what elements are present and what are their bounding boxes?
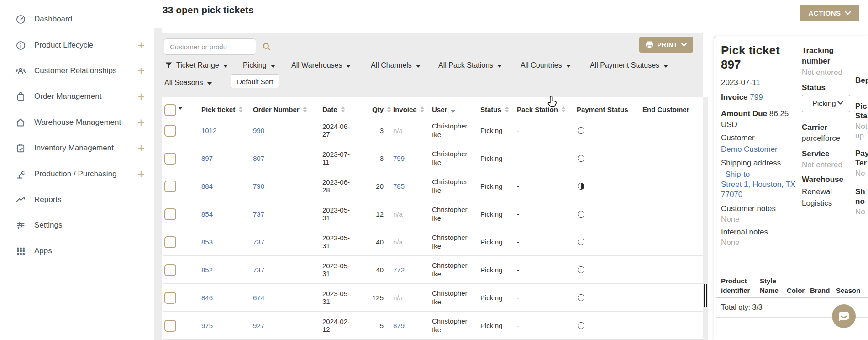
- select-all-checkbox[interactable]: [164, 104, 176, 116]
- end-customer-cell: [642, 312, 703, 339]
- filter-all-payment-statuses[interactable]: All Payment Statuses: [590, 58, 668, 72]
- sidebar-item-dashboard[interactable]: Dashboard: [0, 9, 154, 29]
- pick-ticket-row-846[interactable]: 846 674 2023-05-31 125 n/a ChristopherIk…: [163, 284, 703, 312]
- order-number-link[interactable]: 790: [253, 182, 264, 190]
- column-header-pack-station[interactable]: Pack Station: [517, 103, 575, 116]
- sidebar-item-settings[interactable]: Settings: [0, 215, 154, 235]
- scrollbar-thumb[interactable]: [704, 284, 707, 307]
- pack-station-cell: -: [517, 284, 575, 311]
- search-icon[interactable]: [263, 42, 271, 51]
- default-sort-button[interactable]: Default Sort: [231, 74, 279, 88]
- pick-ticket-link[interactable]: 1012: [201, 127, 216, 134]
- sort-arrows-icon[interactable]: [341, 106, 345, 112]
- invoice-cell[interactable]: 772: [393, 266, 405, 274]
- pick-ticket-link[interactable]: 884: [201, 182, 213, 190]
- sidebar-item-warehouse-management[interactable]: Warehouse Management +: [0, 112, 154, 133]
- row-checkbox[interactable]: [164, 236, 176, 248]
- pick-ticket-link[interactable]: 852: [201, 266, 213, 274]
- pick-ticket-link[interactable]: 846: [201, 294, 213, 302]
- column-header-pick-ticket[interactable]: Pick ticket: [201, 103, 253, 116]
- customer-link[interactable]: Demo Customer: [721, 145, 800, 154]
- search-input[interactable]: [164, 43, 263, 51]
- status-cell: Picking: [480, 200, 516, 228]
- sidebar-item-order-management[interactable]: Order Management +: [0, 86, 154, 106]
- expand-plus-icon[interactable]: +: [137, 169, 145, 180]
- sort-arrows-icon[interactable]: [505, 106, 509, 112]
- row-checkbox[interactable]: [164, 264, 176, 276]
- sort-arrows-icon[interactable]: [421, 106, 424, 112]
- sort-desc-icon[interactable]: [451, 110, 455, 113]
- order-number-link[interactable]: 927: [253, 322, 264, 329]
- column-header-date[interactable]: Date: [322, 103, 354, 116]
- pick-ticket-link[interactable]: 975: [201, 322, 213, 329]
- order-number-link[interactable]: 807: [253, 154, 264, 162]
- order-number-link[interactable]: 990: [253, 127, 264, 134]
- row-checkbox[interactable]: [164, 125, 176, 137]
- sort-arrows-icon[interactable]: [387, 106, 391, 112]
- pick-ticket-row-897[interactable]: 897 807 2023-07-11 3 799 ChristopherIke …: [163, 144, 703, 172]
- pick-ticket-row-852[interactable]: 852 737 2023-05-31 40 772 ChristopherIke…: [163, 256, 703, 284]
- order-number-link[interactable]: 674: [253, 294, 264, 302]
- pick-ticket-row-853[interactable]: 853 737 2023-05-31 40 n/a ChristopherIke…: [163, 228, 703, 256]
- select-menu-caret-icon[interactable]: [178, 107, 183, 110]
- pick-ticket-link[interactable]: 854: [201, 210, 213, 218]
- pick-ticket-row-975[interactable]: 975 927 2024-02-12 5 879 ChristopherIke …: [163, 312, 703, 340]
- filter-all-warehouses[interactable]: All Warehouses: [291, 58, 351, 72]
- filter-all-countries[interactable]: All Countries: [521, 58, 571, 72]
- column-header-user[interactable]: User: [432, 103, 478, 116]
- column-header-order-number[interactable]: Order Number: [253, 103, 321, 116]
- filter-all-channels[interactable]: All Channels: [371, 58, 421, 72]
- date-cell: 2024-02-12: [322, 312, 354, 339]
- status-select[interactable]: Picking: [802, 95, 850, 112]
- filter-all-seasons[interactable]: All Seasons: [164, 76, 212, 90]
- pick-ticket-row-854[interactable]: 854 737 2023-05-31 12 n/a ChristopherIke…: [163, 200, 703, 228]
- sort-arrows-icon[interactable]: [562, 106, 565, 112]
- row-checkbox[interactable]: [164, 292, 176, 304]
- sidebar-item-apps[interactable]: Apps: [0, 241, 154, 261]
- caret-down-icon: [566, 65, 571, 68]
- row-checkbox[interactable]: [164, 208, 176, 220]
- caret-down-icon: [223, 65, 228, 68]
- order-number-link[interactable]: 737: [253, 266, 264, 274]
- pick-ticket-row-884[interactable]: 884 790 2023-06-28 20 785 ChristopherIke…: [163, 172, 703, 200]
- chat-launcher-button[interactable]: [832, 304, 856, 328]
- invoice-link[interactable]: 799: [750, 93, 763, 101]
- pick-ticket-link[interactable]: 853: [201, 238, 213, 246]
- print-button[interactable]: PRINT: [639, 37, 693, 53]
- expand-plus-icon[interactable]: +: [137, 117, 145, 128]
- product-column-header: Product identifier: [721, 276, 750, 295]
- pick-ticket-row-1012[interactable]: 1012 990 2024-06-27 3 n/a ChristopherIke…: [163, 117, 703, 144]
- expand-plus-icon[interactable]: +: [137, 143, 145, 154]
- filter-picking[interactable]: Picking: [243, 58, 275, 72]
- sidebar-item-reports[interactable]: Reports: [0, 190, 154, 210]
- invoice-cell[interactable]: 799: [393, 154, 405, 162]
- sidebar-item-inventory-management[interactable]: Inventory Management +: [0, 138, 154, 158]
- sort-arrows-icon[interactable]: [239, 106, 242, 112]
- sort-arrows-icon[interactable]: [303, 106, 307, 112]
- expand-plus-icon[interactable]: +: [137, 91, 145, 102]
- shipping-address-link[interactable]: Ship-to Street 1, Houston, TX 77070: [721, 170, 800, 200]
- row-checkbox[interactable]: [164, 181, 176, 192]
- actions-button[interactable]: ACTIONS: [800, 5, 859, 21]
- column-header-payment-status: Payment Status: [577, 103, 643, 116]
- filter-all-pack-stations[interactable]: All Pack Stations: [438, 58, 502, 72]
- row-checkbox[interactable]: [164, 153, 176, 165]
- order-number-link[interactable]: 737: [253, 238, 264, 246]
- product-column-header: Season: [836, 286, 860, 295]
- invoice-cell[interactable]: 879: [393, 322, 405, 329]
- row-checkbox[interactable]: [164, 320, 176, 332]
- sidebar-item-product-lifecycle[interactable]: Product Lifecycle +: [0, 35, 154, 55]
- filter-ticket-range[interactable]: Ticket Range: [165, 58, 228, 72]
- invoice-cell[interactable]: 785: [393, 182, 405, 190]
- order-number-link[interactable]: 737: [253, 210, 264, 218]
- sidebar-item-production-purchasing[interactable]: Production / Purchasing +: [0, 164, 154, 184]
- caret-down-icon: [346, 65, 351, 68]
- caret-down-icon: [207, 82, 212, 85]
- sidebar-item-customer-relationships[interactable]: Customer Relationships +: [0, 61, 154, 81]
- pick-ticket-link[interactable]: 897: [201, 154, 213, 162]
- column-header-status[interactable]: Status: [480, 103, 516, 116]
- expand-plus-icon[interactable]: +: [137, 40, 145, 51]
- column-header-qty[interactable]: Qty: [354, 103, 391, 116]
- expand-plus-icon[interactable]: +: [137, 65, 145, 76]
- column-header-invoice[interactable]: Invoice: [393, 103, 432, 116]
